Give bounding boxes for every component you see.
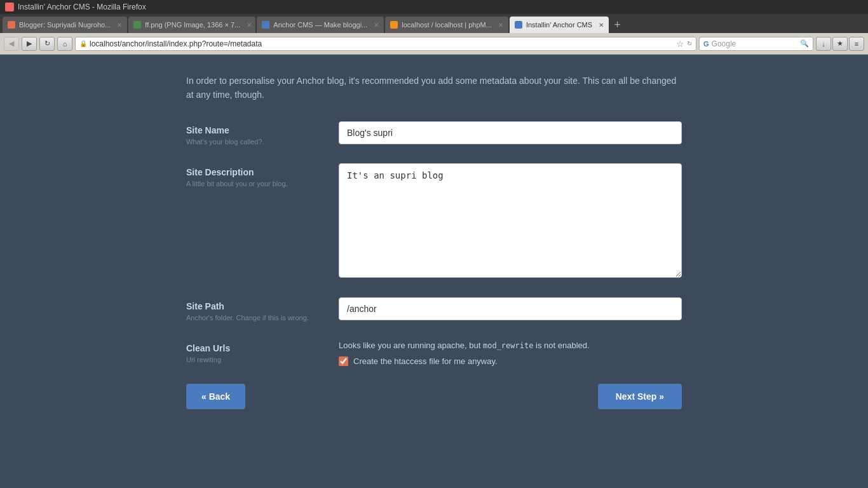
tab-label-4: localhost / localhost | phpM... bbox=[402, 21, 492, 29]
site-path-label: Site Path bbox=[186, 301, 339, 311]
url-bar[interactable]: 🔒 localhost/anchor/install/index.php?rou… bbox=[75, 37, 696, 51]
site-description-label-col: Site Description A little bit about you … bbox=[186, 163, 339, 187]
clean-urls-checkbox-row: Create the htaccess file for me anyway. bbox=[339, 356, 682, 366]
search-engine-icon: G bbox=[703, 40, 709, 48]
site-name-input-col bbox=[339, 121, 682, 144]
new-tab-button[interactable]: + bbox=[610, 18, 625, 32]
tab-favicon-1 bbox=[8, 21, 15, 29]
site-path-label-col: Site Path Anchor's folder. Change if thi… bbox=[186, 297, 339, 322]
clean-urls-checkbox-label[interactable]: Create the htaccess file for me anyway. bbox=[353, 356, 498, 366]
search-placeholder: Google bbox=[712, 39, 797, 48]
refresh-icon[interactable]: ↻ bbox=[687, 40, 692, 47]
site-name-input[interactable] bbox=[339, 121, 682, 144]
back-button[interactable]: ◀ bbox=[4, 37, 19, 51]
next-step-button[interactable]: Next Step » bbox=[598, 384, 682, 409]
site-name-hint: What's your blog called?. bbox=[186, 138, 339, 146]
tab-favicon-5 bbox=[515, 21, 522, 29]
back-button[interactable]: « Back bbox=[186, 384, 245, 409]
tab-label-2: ff.png (PNG Image, 1366 × 7... bbox=[145, 21, 240, 29]
tab-close-5[interactable]: ✕ bbox=[599, 22, 604, 29]
tab-favicon-2 bbox=[133, 21, 141, 29]
clean-urls-content: Looks like you are running apache, but m… bbox=[339, 339, 682, 367]
tab-favicon-4 bbox=[390, 21, 398, 29]
site-path-hint: Anchor's folder. Change if this is wrong… bbox=[186, 314, 339, 322]
navbar: ◀ ▶ ↻ ⌂ 🔒 localhost/anchor/install/index… bbox=[0, 33, 868, 55]
site-description-input-col: It's an supri blog bbox=[339, 163, 682, 280]
home-button[interactable]: ⌂ bbox=[57, 37, 72, 51]
tab-4[interactable]: localhost / localhost | phpM... ✕ bbox=[385, 17, 508, 33]
menu-button[interactable]: ≡ bbox=[849, 37, 864, 51]
url-security-icon: 🔒 bbox=[79, 40, 87, 47]
search-bar[interactable]: G Google 🔍 bbox=[699, 37, 813, 51]
tab-close-1[interactable]: ✕ bbox=[117, 22, 122, 29]
site-description-textarea[interactable]: It's an supri blog bbox=[339, 163, 682, 278]
reload-button[interactable]: ↻ bbox=[39, 37, 55, 51]
site-path-input-col bbox=[339, 297, 682, 320]
app-icon bbox=[5, 3, 14, 11]
tab-2[interactable]: ff.png (PNG Image, 1366 × 7... ✕ bbox=[128, 17, 255, 33]
tab-label-5: Installin' Anchor CMS bbox=[526, 21, 592, 29]
form-container: In order to personalise your Anchor blog… bbox=[186, 74, 682, 469]
clean-urls-warning: Looks like you are running apache, but m… bbox=[339, 339, 682, 352]
button-row: « Back Next Step » bbox=[186, 384, 682, 409]
tab-close-4[interactable]: ✕ bbox=[498, 22, 503, 29]
site-name-label-col: Site Name What's your blog called?. bbox=[186, 121, 339, 146]
site-description-hint: A little bit about you or your blog. bbox=[186, 180, 339, 187]
site-description-row: Site Description A little bit about you … bbox=[186, 163, 682, 280]
window-title: Installin' Anchor CMS - Mozilla Firefox bbox=[18, 3, 146, 11]
site-description-label: Site Description bbox=[186, 167, 339, 177]
tab-5[interactable]: Installin' Anchor CMS ✕ bbox=[510, 17, 609, 33]
clean-urls-label: Clean Urls bbox=[186, 343, 339, 353]
tab-favicon-3 bbox=[262, 21, 269, 29]
tab-label-3: Anchor CMS — Make bloggi... bbox=[273, 21, 367, 29]
clean-urls-label-col: Clean Urls Url rewiting bbox=[186, 339, 339, 363]
site-path-row: Site Path Anchor's folder. Change if thi… bbox=[186, 297, 682, 322]
tab-close-2[interactable]: ✕ bbox=[247, 22, 252, 29]
intro-text: In order to personalise your Anchor blog… bbox=[186, 74, 682, 102]
content-area: In order to personalise your Anchor blog… bbox=[0, 55, 868, 488]
tab-label-1: Blogger: Supriyadi Nugroho... bbox=[19, 21, 111, 29]
downloads-button[interactable]: ↓ bbox=[816, 37, 831, 51]
clean-urls-hint: Url rewiting bbox=[186, 356, 339, 363]
forward-button[interactable]: ▶ bbox=[22, 37, 37, 51]
extra-nav-buttons: ↓ ★ ≡ bbox=[816, 37, 864, 51]
tab-close-3[interactable]: ✕ bbox=[374, 22, 379, 29]
tab-3[interactable]: Anchor CMS — Make bloggi... ✕ bbox=[257, 17, 384, 33]
clean-urls-checkbox[interactable] bbox=[339, 356, 348, 366]
site-name-row: Site Name What's your blog called?. bbox=[186, 121, 682, 146]
site-name-label: Site Name bbox=[186, 125, 339, 135]
search-icon[interactable]: 🔍 bbox=[800, 39, 809, 48]
tab-1[interactable]: Blogger: Supriyadi Nugroho... ✕ bbox=[3, 17, 127, 33]
clean-urls-row: Clean Urls Url rewiting Looks like you a… bbox=[186, 339, 682, 367]
bookmarks-button[interactable]: ★ bbox=[832, 37, 848, 51]
bookmark-star-icon[interactable]: ☆ bbox=[676, 39, 684, 49]
titlebar: Installin' Anchor CMS - Mozilla Firefox bbox=[0, 0, 868, 14]
tabbar: Blogger: Supriyadi Nugroho... ✕ ff.png (… bbox=[0, 14, 868, 33]
site-path-input[interactable] bbox=[339, 297, 682, 320]
url-text: localhost/anchor/install/index.php?route… bbox=[90, 39, 674, 48]
